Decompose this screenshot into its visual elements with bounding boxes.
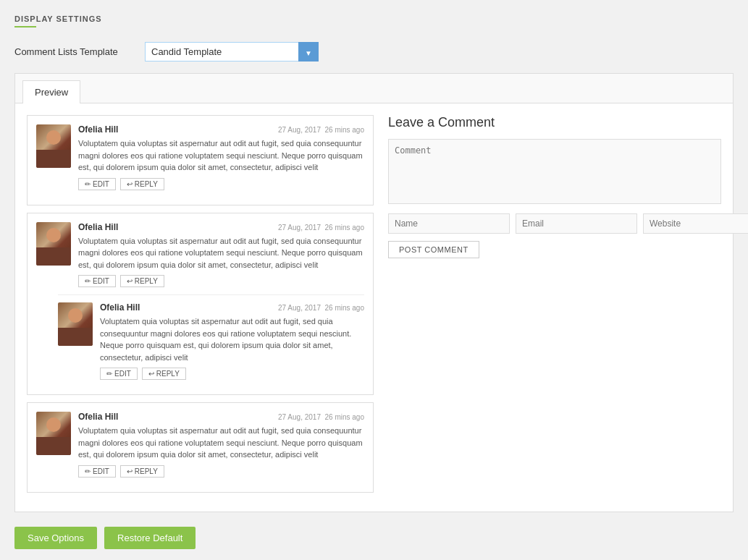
comment-text-2-nested: Voluptatem quia voluptas sit aspernatur … (100, 315, 364, 363)
comment-actions-1: ✏ EDIT ↩ REPLY (78, 178, 364, 190)
comment-textarea[interactable] (388, 139, 721, 204)
comment-item-2-nested: Ofelia Hill 27 Aug, 2017 26 mins ago Vol… (58, 294, 364, 380)
email-input[interactable] (516, 213, 637, 234)
reply-button-2-nested[interactable]: ↩ REPLY (142, 368, 186, 380)
comment-item-3: Ofelia Hill 27 Aug, 2017 26 mins ago Vol… (36, 412, 364, 478)
comment-body-1: Ofelia Hill 27 Aug, 2017 26 mins ago Vol… (78, 124, 364, 190)
comment-header-2-nested: Ofelia Hill 27 Aug, 2017 26 mins ago (100, 302, 364, 313)
comment-actions-2-nested: ✏ EDIT ↩ REPLY (100, 368, 364, 380)
comment-group-2: Ofelia Hill 27 Aug, 2017 26 mins ago Vol… (27, 213, 374, 396)
comments-list: Ofelia Hill 27 Aug, 2017 26 mins ago Vol… (27, 115, 374, 500)
comment-author-2: Ofelia Hill (78, 222, 118, 232)
edit-button-2-nested[interactable]: ✏ EDIT (100, 368, 138, 380)
form-fields (388, 213, 721, 234)
preview-tab[interactable]: Preview (22, 80, 80, 103)
name-input[interactable] (388, 213, 510, 234)
preview-tab-bar: Preview (15, 74, 733, 103)
comment-text-3: Voluptatem quia voluptas sit aspernatur … (78, 425, 364, 461)
comment-group-1: Ofelia Hill 27 Aug, 2017 26 mins ago Vol… (27, 115, 374, 205)
comment-meta-3: 27 Aug, 2017 26 mins ago (278, 413, 364, 421)
avatar-2-nested (58, 302, 93, 346)
comment-form: Leave a Comment POST COMMENT (388, 115, 721, 500)
avatar-2 (36, 222, 71, 266)
post-comment-button[interactable]: POST COMMENT (388, 241, 479, 258)
section-title: DISPLAY SETTINGS (14, 14, 734, 23)
save-options-button[interactable]: Save Options (14, 527, 97, 549)
preview-content: Ofelia Hill 27 Aug, 2017 26 mins ago Vol… (15, 103, 733, 512)
bottom-actions: Save Options Restore Default (14, 527, 734, 549)
edit-button-2[interactable]: ✏ EDIT (78, 275, 116, 287)
comment-body-2: Ofelia Hill 27 Aug, 2017 26 mins ago Vol… (78, 222, 364, 288)
settings-row: Comment Lists Template Candid Template D… (14, 42, 734, 61)
comment-author-2-nested: Ofelia Hill (100, 302, 140, 313)
comment-header-3: Ofelia Hill 27 Aug, 2017 26 mins ago (78, 412, 364, 422)
comment-body-2-nested: Ofelia Hill 27 Aug, 2017 26 mins ago Vol… (100, 302, 364, 380)
comment-group-3: Ofelia Hill 27 Aug, 2017 26 mins ago Vol… (27, 402, 374, 493)
reply-button-2[interactable]: ↩ REPLY (120, 275, 164, 287)
website-input[interactable] (643, 213, 748, 234)
comment-body-3: Ofelia Hill 27 Aug, 2017 26 mins ago Vol… (78, 412, 364, 478)
avatar-3 (36, 412, 71, 455)
comment-item-1: Ofelia Hill 27 Aug, 2017 26 mins ago Vol… (36, 124, 364, 190)
comment-item-2: Ofelia Hill 27 Aug, 2017 26 mins ago Vol… (36, 222, 364, 288)
reply-button-3[interactable]: ↩ REPLY (120, 465, 164, 478)
comment-actions-2: ✏ EDIT ↩ REPLY (78, 275, 364, 287)
comment-actions-3: ✏ EDIT ↩ REPLY (78, 465, 364, 478)
settings-label: Comment Lists Template (14, 46, 130, 57)
reply-button-1[interactable]: ↩ REPLY (120, 178, 164, 190)
preview-container: Preview Ofelia Hill 27 Aug, 2017 26 mins… (14, 73, 734, 512)
avatar-1 (36, 124, 71, 168)
comment-author-1: Ofelia Hill (78, 124, 118, 135)
edit-button-1[interactable]: ✏ EDIT (78, 178, 116, 190)
title-underline (14, 26, 36, 27)
comment-meta-1: 27 Aug, 2017 26 mins ago (278, 126, 364, 134)
comment-meta-2: 27 Aug, 2017 26 mins ago (278, 224, 364, 232)
form-title: Leave a Comment (388, 115, 721, 130)
comment-author-3: Ofelia Hill (78, 412, 118, 422)
comment-text-2: Voluptatem quia voluptas sit aspernatur … (78, 235, 364, 271)
restore-default-button[interactable]: Restore Default (104, 527, 196, 549)
comment-header-1: Ofelia Hill 27 Aug, 2017 26 mins ago (78, 124, 364, 135)
comment-text-1: Voluptatem quia voluptas sit aspernatur … (78, 137, 364, 174)
template-select-wrapper: Candid Template Default Template Modern … (145, 42, 319, 61)
edit-button-3[interactable]: ✏ EDIT (78, 465, 116, 478)
comment-meta-2-nested: 27 Aug, 2017 26 mins ago (278, 304, 364, 312)
template-select[interactable]: Candid Template Default Template Modern … (145, 42, 319, 61)
comment-header-2: Ofelia Hill 27 Aug, 2017 26 mins ago (78, 222, 364, 232)
